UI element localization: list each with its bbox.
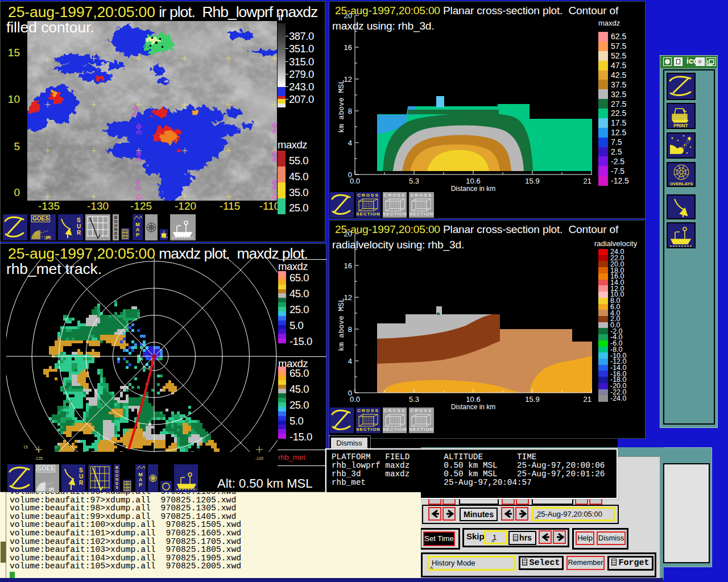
svg-text:U: U [79, 473, 83, 480]
svg-text:5.3: 5.3 [409, 177, 419, 185]
svg-text:15: 15 [23, 445, 28, 449]
svg-text:OVERLAYS: OVERLAYS [670, 181, 693, 186]
svg-text:21: 21 [584, 177, 592, 185]
svg-text:16: 16 [344, 43, 352, 52]
svg-text:8: 8 [348, 325, 352, 334]
svg-text:S: S [79, 467, 83, 473]
svg-text:S: S [77, 217, 81, 223]
svg-text:R: R [79, 480, 84, 486]
svg-text:15.9: 15.9 [525, 395, 539, 404]
svg-text:R: R [77, 230, 81, 236]
svg-text:15.9: 15.9 [525, 177, 539, 185]
svg-text:10.6: 10.6 [466, 395, 480, 404]
svg-text:4: 4 [348, 357, 352, 365]
svg-text:0.0: 0.0 [350, 395, 360, 404]
svg-text:16: 16 [344, 261, 352, 270]
svg-text:5.3: 5.3 [409, 395, 419, 404]
svg-text:21: 21 [584, 395, 592, 404]
svg-text:km above MSL: km above MSL [337, 298, 346, 351]
svg-text:U: U [77, 223, 81, 230]
svg-text:Distance in km: Distance in km [451, 403, 496, 411]
svg-text:.IR: .IR [48, 487, 55, 492]
svg-text:0.0: 0.0 [350, 177, 360, 185]
svg-text:.IR: .IR [44, 235, 51, 240]
svg-text:-125: -125 [35, 456, 43, 460]
svg-text:4: 4 [348, 139, 352, 147]
svg-text:-120: -120 [255, 456, 263, 460]
svg-text:Distance in km: Distance in km [451, 185, 496, 193]
svg-text:PRINT: PRINT [673, 123, 688, 128]
svg-text:8: 8 [348, 107, 352, 115]
svg-text:10.6: 10.6 [466, 177, 480, 185]
svg-text:km above MSL: km above MSL [337, 80, 346, 133]
